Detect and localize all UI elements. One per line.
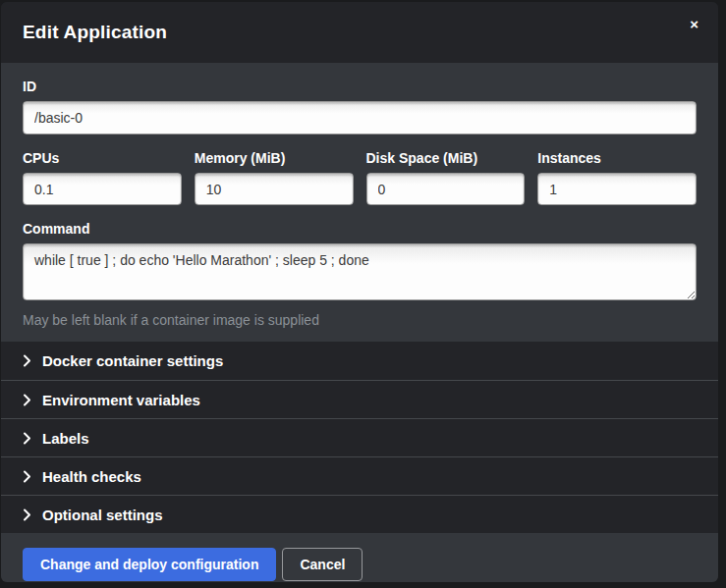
chevron-right-icon [23, 432, 31, 445]
edit-application-modal: Edit Application × ID CPUs Memory (MiB) … [1, 2, 718, 582]
section-label: Docker container settings [42, 352, 223, 369]
collapsible-sections: Docker container settings Environment va… [1, 342, 718, 533]
section-label: Health checks [42, 468, 141, 485]
disk-input[interactable] [366, 173, 526, 205]
section-docker-container-settings[interactable]: Docker container settings [1, 342, 718, 380]
change-and-deploy-button[interactable]: Change and deploy configuration [23, 548, 276, 581]
section-label: Environment variables [42, 392, 200, 408]
modal-title: Edit Application [23, 22, 167, 43]
close-icon[interactable]: × [686, 15, 702, 33]
chevron-right-icon [23, 470, 31, 483]
modal-header: Edit Application × [1, 2, 718, 63]
cpus-field-label: CPUs [23, 150, 182, 166]
section-labels[interactable]: Labels [1, 418, 718, 456]
section-health-checks[interactable]: Health checks [1, 456, 718, 495]
command-field-label: Command [23, 221, 697, 237]
id-input[interactable] [23, 101, 697, 134]
disk-field-group: Disk Space (MiB) [366, 150, 526, 205]
instances-field-group: Instances [537, 150, 697, 205]
chevron-right-icon [23, 394, 31, 406]
command-field-group: Command while [ true ] ; do echo 'Hello … [23, 221, 697, 328]
command-textarea[interactable]: while [ true ] ; do echo 'Hello Marathon… [23, 243, 697, 300]
instances-field-label: Instances [537, 150, 697, 166]
memory-field-group: Memory (MiB) [195, 150, 354, 205]
id-field-group: ID [23, 79, 697, 134]
section-label: Optional settings [42, 507, 163, 523]
disk-field-label: Disk Space (MiB) [366, 150, 526, 166]
cancel-button[interactable]: Cancel [282, 548, 363, 581]
memory-input[interactable] [195, 173, 354, 205]
application-form: ID CPUs Memory (MiB) Disk Space (MiB) In… [1, 63, 718, 342]
resources-row: CPUs Memory (MiB) Disk Space (MiB) Insta… [23, 150, 697, 205]
section-environment-variables[interactable]: Environment variables [1, 380, 718, 418]
section-optional-settings[interactable]: Optional settings [1, 495, 718, 533]
section-label: Labels [42, 430, 89, 447]
command-help-text: May be left blank if a container image i… [23, 312, 697, 328]
chevron-right-icon [23, 354, 31, 367]
cpus-field-group: CPUs [23, 150, 182, 205]
modal-footer: Change and deploy configuration Cancel [1, 533, 718, 582]
instances-input[interactable] [537, 173, 697, 205]
id-field-label: ID [23, 79, 697, 94]
cpus-input[interactable] [23, 173, 182, 205]
chevron-right-icon [23, 508, 31, 521]
memory-field-label: Memory (MiB) [195, 150, 354, 166]
